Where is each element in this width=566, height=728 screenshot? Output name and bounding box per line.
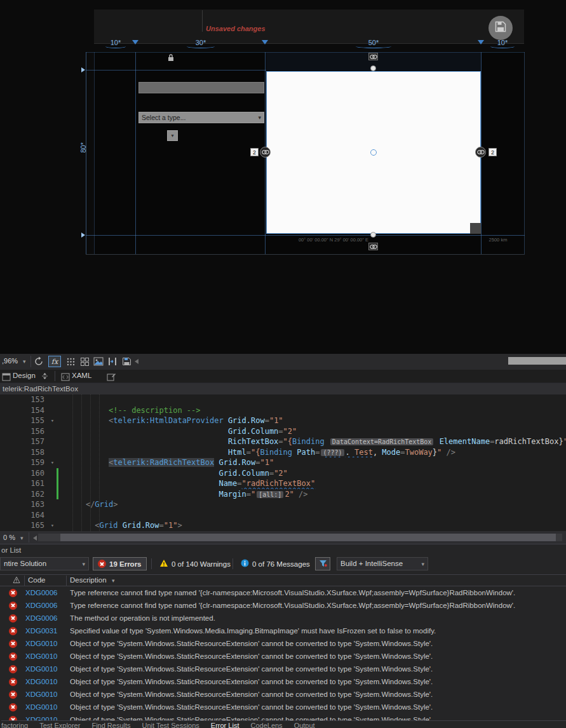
- textbox-control[interactable]: [138, 82, 264, 93]
- code-line[interactable]: 157 RichTextBox="{Binding DataContext=Ra…: [0, 436, 566, 447]
- tab-design[interactable]: Design: [13, 372, 36, 379]
- error-code[interactable]: XDG0010: [25, 640, 65, 647]
- error-code[interactable]: XDG0010: [25, 691, 65, 698]
- code-line[interactable]: 158 Html="{Binding Path=(???). Test, Mod…: [0, 447, 566, 458]
- error-row[interactable]: XDG0006Type reference cannot find type n…: [0, 599, 566, 612]
- dropdown-button-control[interactable]: ▾: [167, 130, 178, 141]
- code-line[interactable]: 160 Grid.Column="2": [0, 468, 566, 479]
- anchor-chain-top-icon[interactable]: [368, 53, 378, 60]
- tab-xaml[interactable]: XAML: [72, 372, 91, 379]
- error-row[interactable]: XDG0010Object of type 'System.Windows.St…: [0, 688, 566, 701]
- resize-handle-top[interactable]: [370, 65, 376, 71]
- horizontal-scrollbar-thumb[interactable]: [60, 534, 556, 541]
- artboard-background-icon[interactable]: [93, 356, 104, 367]
- fold-chevron-icon[interactable]: ▾: [48, 457, 57, 468]
- error-code[interactable]: XDG0010: [25, 665, 65, 673]
- error-row[interactable]: XDG0006The method or operation is not im…: [0, 612, 566, 624]
- error-row[interactable]: XDG0031Specified value of type 'System.W…: [0, 624, 566, 637]
- show-grid-dots-icon[interactable]: [65, 356, 76, 367]
- panel-tab-codelens[interactable]: CodeLens: [250, 721, 282, 728]
- error-code[interactable]: XDG0010: [25, 652, 65, 660]
- code-line[interactable]: 154 <!-- description -->: [0, 405, 566, 416]
- toolbar-overflow-icon[interactable]: [135, 359, 138, 364]
- panel-tab-unit-test-sessions[interactable]: Unit Test Sessions: [142, 721, 199, 728]
- error-code[interactable]: XDG0031: [25, 627, 65, 635]
- save-button[interactable]: [489, 16, 513, 40]
- anchor-chain-right-icon[interactable]: [475, 147, 486, 158]
- xaml-design-surface[interactable]: Unsaved changes 10* 30* 50* 10*: [0, 0, 566, 354]
- lock-icon: [167, 53, 175, 64]
- editor-hscrollbar-thumb[interactable]: [508, 357, 566, 365]
- resize-grip[interactable]: [470, 223, 481, 234]
- panel-tab-find-results[interactable]: Find Results: [91, 721, 130, 728]
- center-anchor-handle[interactable]: [370, 149, 377, 156]
- warning-icon: [159, 559, 168, 569]
- error-code[interactable]: XDG0010: [25, 716, 65, 720]
- code-line[interactable]: 156 Grid.Column="2": [0, 426, 566, 437]
- code-line[interactable]: 153: [0, 394, 566, 405]
- editor-zoom-combobox[interactable]: 0 %: [3, 534, 15, 541]
- margin-badge-left[interactable]: 2: [250, 148, 259, 156]
- code-line[interactable]: 164: [0, 510, 566, 521]
- grid-splitter-icon[interactable]: [132, 40, 138, 44]
- margin-badge-right[interactable]: 2: [489, 148, 497, 156]
- panel-tab-output[interactable]: Output: [294, 721, 315, 728]
- code-line[interactable]: 159▾ <telerik:RadRichTextBox Grid.Row="1…: [0, 457, 566, 468]
- severity-column-icon[interactable]: [13, 576, 20, 585]
- error-code[interactable]: XDG0006: [25, 589, 65, 597]
- anchor-chain-bottom-icon[interactable]: [368, 243, 378, 250]
- error-row[interactable]: XDG0010Object of type 'System.Windows.St…: [0, 701, 566, 713]
- error-code[interactable]: XDG0010: [25, 703, 65, 711]
- error-description: Object of type 'System.Windows.StaticRes…: [70, 640, 433, 647]
- filter-source-combobox[interactable]: Build + IntelliSense ▾: [337, 557, 428, 570]
- filter-button[interactable]: [315, 557, 330, 570]
- messages-toggle-button[interactable]: 0 of 76 Messages: [236, 557, 314, 570]
- code-line[interactable]: 155▾ <telerik:HtmlDataProvider Grid.Row=…: [0, 415, 566, 426]
- line-number: 156: [0, 426, 48, 437]
- effects-toggle-button[interactable]: fx: [48, 356, 61, 367]
- error-code[interactable]: XDG0010: [25, 678, 65, 685]
- column-header-description[interactable]: Description: [70, 576, 107, 584]
- code-line[interactable]: 163 </Grid>: [0, 499, 566, 510]
- breadcrumb[interactable]: telerik:RadRichTextBox: [3, 385, 78, 393]
- code-line[interactable]: 165▾ <Grid Grid.Row="1">: [0, 520, 566, 531]
- panel-tab-test-explorer[interactable]: Test Explorer: [39, 721, 80, 728]
- designer-zoom-combobox[interactable]: ,96%: [2, 357, 18, 365]
- error-row[interactable]: XDG0010Object of type 'System.Windows.St…: [0, 675, 566, 688]
- save-layout-icon[interactable]: [121, 356, 132, 367]
- error-row[interactable]: XDG0010Object of type 'System.Windows.St…: [0, 637, 566, 650]
- error-row[interactable]: XDG0010Object of type 'System.Windows.St…: [0, 713, 566, 720]
- error-row[interactable]: XDG0010Object of type 'System.Windows.St…: [0, 663, 566, 675]
- error-icon: [9, 652, 17, 661]
- snap-grid-icon[interactable]: [79, 356, 90, 367]
- column-header-code[interactable]: Code: [28, 576, 46, 584]
- column-separator: [66, 576, 67, 586]
- grid-splitter-icon[interactable]: [478, 40, 484, 44]
- code-line[interactable]: 161 Name="radRichTextBox": [0, 478, 566, 489]
- scope-combobox[interactable]: ntire Solution ▾: [0, 557, 89, 570]
- swap-panes-icon[interactable]: [41, 372, 49, 383]
- snap-to-snaplines-icon[interactable]: [107, 356, 118, 367]
- combobox-control[interactable]: Select a type... ▾: [138, 112, 264, 123]
- error-code[interactable]: XDG0006: [25, 602, 65, 609]
- errors-toggle-button[interactable]: 19 Errors: [93, 557, 147, 570]
- error-row[interactable]: XDG0010Object of type 'System.Windows.St…: [0, 650, 566, 663]
- fold-chevron-icon[interactable]: ▾: [48, 520, 57, 531]
- scroll-left-icon[interactable]: [33, 536, 37, 541]
- horizontal-scrollbar[interactable]: [38, 534, 562, 541]
- warnings-toggle-button[interactable]: 0 of 140 Warnings: [155, 557, 235, 570]
- error-row[interactable]: XDG0006Type reference cannot find type n…: [0, 586, 566, 599]
- row-height-label[interactable]: 80*: [79, 142, 87, 153]
- line-number: 165: [0, 520, 48, 531]
- code-line[interactable]: 162 Margin="[all:]2" />: [0, 489, 566, 500]
- column-arc: [490, 44, 515, 48]
- panel-tab-error-list[interactable]: Error List: [211, 721, 239, 728]
- error-code[interactable]: XDG0006: [25, 614, 65, 622]
- xaml-code-editor[interactable]: 153154 <!-- description -->155▾ <telerik…: [0, 394, 566, 531]
- panel-tab-factoring[interactable]: factoring: [1, 721, 28, 728]
- anchor-chain-left-icon[interactable]: [260, 147, 271, 158]
- fold-chevron-icon[interactable]: ▾: [48, 415, 57, 426]
- error-icon: [9, 703, 17, 711]
- grid-splitter-icon[interactable]: [262, 40, 268, 44]
- refresh-icon[interactable]: [33, 356, 44, 367]
